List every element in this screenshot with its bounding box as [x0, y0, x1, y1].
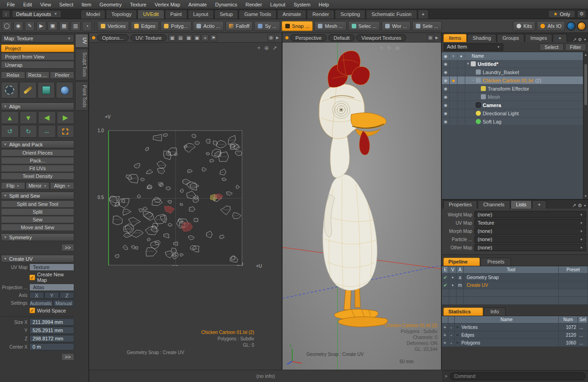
add-layout-tab-button[interactable]: +	[418, 10, 429, 19]
menu-item[interactable]: Animate	[184, 0, 211, 9]
align-pack-section-header[interactable]: ▼ Align and Pack	[1, 140, 74, 148]
toolbar-button[interactable]: Snap ...	[282, 21, 313, 31]
modo-badge-icon[interactable]	[577, 22, 586, 31]
add-item-dropdown[interactable]: Add Item ▼	[444, 43, 503, 51]
item-lock-cell[interactable]	[457, 118, 465, 125]
uv-tool-button[interactable]: Recta ...	[26, 71, 50, 79]
toolbar-icon-button[interactable]: ◯	[2, 21, 12, 31]
visibility-eye-icon[interactable]: ◉	[442, 68, 450, 76]
menu-item[interactable]: Vertex Map	[151, 0, 185, 9]
numeric-field[interactable]: 525.2911 mm	[29, 327, 74, 334]
zoom-icon[interactable]: ⊕	[264, 45, 269, 51]
uv-grid[interactable]	[108, 130, 242, 265]
fit-region-icon[interactable]	[57, 125, 75, 138]
viewport-menu-dot-icon[interactable]	[285, 36, 289, 39]
item-list-tab[interactable]: Images	[525, 34, 552, 42]
toolbar-button[interactable]: Falloff	[225, 21, 253, 31]
add-selection-button[interactable]: +	[442, 331, 448, 339]
toolbar-button[interactable]: Edges	[131, 21, 159, 31]
toolbar-button[interactable]: Actio ...	[193, 21, 224, 31]
rotate-cw-icon[interactable]: ↻	[20, 125, 38, 138]
numeric-field[interactable]: 211.3994 mm	[29, 318, 74, 326]
uv-relax-icon[interactable]	[1, 82, 18, 98]
visibility-column-eye-icon[interactable]: ◉	[442, 54, 450, 59]
uv-map-selector[interactable]: Map: Texture ▼	[1, 34, 74, 43]
menu-item[interactable]: Edit	[19, 0, 36, 9]
item-list-tab[interactable]: Items	[443, 34, 467, 42]
properties-tab[interactable]: Channels	[478, 200, 510, 209]
toolbar-icon-button[interactable]: ▣	[48, 21, 58, 31]
settings-option-button[interactable]: Automatic	[29, 300, 53, 307]
menu-item[interactable]: File	[3, 0, 19, 9]
remove-selection-button[interactable]: -	[448, 331, 455, 339]
lock-column-icon[interactable]: +	[450, 54, 457, 59]
uv-tool-button[interactable]: Peeler	[50, 71, 74, 79]
statistics-row[interactable]: + - ▶ Edges 2120 ...	[442, 331, 588, 339]
toolbar-button[interactable]: Afx IO	[537, 21, 565, 31]
visibility-eye-icon[interactable]: ◉	[442, 109, 450, 117]
properties-tab[interactable]: +	[532, 200, 546, 209]
expand-icon[interactable]: ↗	[573, 37, 577, 42]
toolbar-button[interactable]: Kits	[513, 21, 535, 31]
visibility-eye-icon[interactable]: ◉	[442, 93, 450, 101]
statistics-tab[interactable]: Statistics	[443, 307, 483, 316]
toolbar-button[interactable]: Polyg...	[160, 21, 191, 31]
uv-tool-button[interactable]: Relax	[1, 71, 25, 79]
uv-tool-button[interactable]: Orient Pieces	[1, 149, 74, 156]
uv-tool-button[interactable]: Sew	[1, 216, 74, 223]
menu-item[interactable]: Texture	[126, 0, 151, 9]
cube-project-icon[interactable]	[38, 82, 55, 98]
uv-dropdown-button[interactable]: Flip ▼	[1, 182, 25, 189]
gear-icon[interactable]: ⚙	[577, 203, 582, 209]
sphere-project-icon[interactable]	[56, 82, 73, 98]
pipeline-tab[interactable]: Pipeline	[443, 258, 480, 266]
pan-icon[interactable]: +	[257, 45, 261, 51]
visibility-eye-icon[interactable]: ◉	[442, 85, 450, 92]
gear-icon[interactable]: ⚙	[578, 37, 582, 42]
axis-option-button[interactable]: Z	[60, 292, 74, 299]
mirror-flip-icon[interactable]: ↔	[38, 125, 56, 138]
side-tab[interactable]: Sculpt Tools	[75, 48, 88, 81]
pipeline-row[interactable]: ✔ • a Geometry Snap	[442, 274, 588, 281]
remove-selection-button[interactable]: -	[448, 323, 455, 331]
properties-tab[interactable]: Properties	[443, 200, 477, 209]
side-tab[interactable]: UV	[75, 34, 88, 48]
scroll-thumb[interactable]	[584, 64, 587, 105]
twirl-icon[interactable]: ▼	[465, 62, 471, 66]
pipeline-row[interactable]: ✔ • m Create UV	[442, 281, 588, 289]
uv-mode-dropdown[interactable]: UV: Texture	[131, 34, 167, 41]
zoom-icon[interactable]: ⊕	[395, 45, 400, 51]
uv-tool-button[interactable]: Split	[1, 208, 74, 215]
item-lock-cell[interactable]	[457, 76, 465, 84]
rotate-ccw-icon[interactable]: ↺	[1, 125, 19, 138]
toolbar-button[interactable]: Sy ...	[254, 21, 280, 31]
add-selection-button[interactable]: +	[442, 323, 448, 331]
nuke-badge-icon[interactable]	[566, 22, 576, 31]
tree-row[interactable]: ◉ Laundry_Basket	[442, 68, 583, 76]
uv-tool-button[interactable]: Texel Density	[1, 172, 74, 180]
visibility-eye-icon[interactable]: ◉	[442, 60, 450, 68]
visible-dot[interactable]: •	[449, 274, 457, 281]
item-list-tab[interactable]: Shading	[467, 34, 496, 42]
uv-tool-button[interactable]: Pack...	[1, 157, 74, 164]
uv-editor-viewport[interactable]: Options... UV: Texture ▦▤▩▣≡⚑ ⚙ ▶ + ⊕ ↗ …	[89, 33, 282, 370]
pan-icon[interactable]: +	[380, 45, 383, 51]
layout-tab[interactable]: Scripting	[335, 10, 365, 19]
rotate-icon[interactable]: ↻	[387, 45, 392, 51]
uv-tool-button[interactable]: Split and Sew Tool	[1, 200, 74, 208]
enable-check[interactable]: ✔	[442, 281, 449, 289]
layout-tab[interactable]: Model	[81, 10, 105, 19]
command-input[interactable]	[450, 372, 585, 380]
uv-dropdown-button[interactable]: Mirror ▼	[26, 182, 50, 189]
expand-arrow-icon[interactable]: ▶	[436, 36, 438, 40]
scroll-up-icon[interactable]: ▲	[583, 52, 588, 58]
menu-item[interactable]: Render	[241, 0, 266, 9]
menu-item[interactable]: View	[36, 0, 55, 9]
viewport-textures-dropdown[interactable]: Viewport Textures	[356, 34, 406, 41]
expand-icon[interactable]: ↗	[572, 203, 576, 209]
layout-tab[interactable]: Render	[307, 10, 334, 19]
menu-item[interactable]: Geometry	[95, 0, 125, 9]
vertex-map-dropdown[interactable]: (none) ▼	[474, 227, 586, 235]
item-lock-cell[interactable]	[457, 101, 465, 109]
align-arrow-button[interactable]: ▼	[20, 111, 38, 124]
